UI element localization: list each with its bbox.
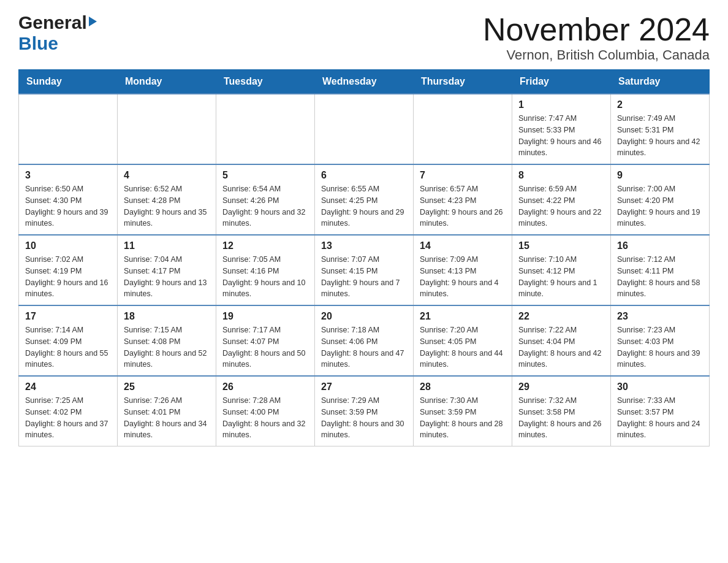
weekday-header-sunday: Sunday xyxy=(19,70,118,94)
day-info: Sunrise: 6:57 AM Sunset: 4:23 PM Dayligh… xyxy=(420,183,506,229)
day-info: Sunrise: 7:49 AM Sunset: 5:31 PM Dayligh… xyxy=(617,113,703,159)
calendar-cell xyxy=(414,94,512,164)
calendar-cell xyxy=(19,94,118,164)
day-info: Sunrise: 7:47 AM Sunset: 5:33 PM Dayligh… xyxy=(518,113,604,159)
day-number: 8 xyxy=(518,170,604,181)
weekday-header-thursday: Thursday xyxy=(414,70,512,94)
day-number: 22 xyxy=(518,311,604,322)
calendar-cell: 20Sunrise: 7:18 AM Sunset: 4:06 PM Dayli… xyxy=(315,305,414,376)
calendar-cell: 8Sunrise: 6:59 AM Sunset: 4:22 PM Daylig… xyxy=(512,164,611,235)
day-info: Sunrise: 7:14 AM Sunset: 4:09 PM Dayligh… xyxy=(25,324,111,370)
day-info: Sunrise: 6:55 AM Sunset: 4:25 PM Dayligh… xyxy=(321,183,407,229)
day-info: Sunrise: 7:28 AM Sunset: 4:00 PM Dayligh… xyxy=(222,395,308,441)
day-number: 7 xyxy=(420,170,506,181)
day-info: Sunrise: 7:20 AM Sunset: 4:05 PM Dayligh… xyxy=(420,324,506,370)
calendar-cell: 10Sunrise: 7:02 AM Sunset: 4:19 PM Dayli… xyxy=(19,235,118,305)
day-info: Sunrise: 7:15 AM Sunset: 4:08 PM Dayligh… xyxy=(124,324,210,370)
day-info: Sunrise: 7:30 AM Sunset: 3:59 PM Dayligh… xyxy=(420,395,506,441)
calendar-cell: 14Sunrise: 7:09 AM Sunset: 4:13 PM Dayli… xyxy=(414,235,512,305)
day-number: 17 xyxy=(25,311,111,322)
calendar-cell: 6Sunrise: 6:55 AM Sunset: 4:25 PM Daylig… xyxy=(315,164,414,235)
day-number: 30 xyxy=(617,381,703,393)
calendar-cell: 27Sunrise: 7:29 AM Sunset: 3:59 PM Dayli… xyxy=(315,376,414,446)
location-title: Vernon, British Columbia, Canada xyxy=(483,47,710,63)
day-number: 25 xyxy=(124,381,210,393)
title-block: November 2024 Vernon, British Columbia, … xyxy=(483,12,710,63)
day-info: Sunrise: 7:10 AM Sunset: 4:12 PM Dayligh… xyxy=(518,254,604,300)
calendar-week-row: 17Sunrise: 7:14 AM Sunset: 4:09 PM Dayli… xyxy=(19,305,710,376)
day-info: Sunrise: 6:54 AM Sunset: 4:26 PM Dayligh… xyxy=(222,183,308,229)
calendar-cell: 24Sunrise: 7:25 AM Sunset: 4:02 PM Dayli… xyxy=(19,376,118,446)
day-info: Sunrise: 7:05 AM Sunset: 4:16 PM Dayligh… xyxy=(222,254,308,300)
calendar-cell xyxy=(118,94,216,164)
day-number: 26 xyxy=(222,381,308,393)
day-number: 18 xyxy=(124,311,210,322)
logo-blue-text: Blue xyxy=(18,33,58,53)
day-number: 13 xyxy=(321,240,407,251)
day-info: Sunrise: 7:33 AM Sunset: 3:57 PM Dayligh… xyxy=(617,395,703,441)
calendar-cell: 18Sunrise: 7:15 AM Sunset: 4:08 PM Dayli… xyxy=(118,305,216,376)
calendar-cell: 1Sunrise: 7:47 AM Sunset: 5:33 PM Daylig… xyxy=(512,94,611,164)
day-info: Sunrise: 7:26 AM Sunset: 4:01 PM Dayligh… xyxy=(124,395,210,441)
calendar-cell: 23Sunrise: 7:23 AM Sunset: 4:03 PM Dayli… xyxy=(611,305,710,376)
day-info: Sunrise: 7:29 AM Sunset: 3:59 PM Dayligh… xyxy=(321,395,407,441)
day-info: Sunrise: 7:02 AM Sunset: 4:19 PM Dayligh… xyxy=(25,254,111,300)
day-number: 5 xyxy=(222,170,308,181)
calendar-cell: 3Sunrise: 6:50 AM Sunset: 4:30 PM Daylig… xyxy=(19,164,118,235)
calendar-week-row: 1Sunrise: 7:47 AM Sunset: 5:33 PM Daylig… xyxy=(19,94,710,164)
day-number: 29 xyxy=(518,381,604,393)
page-header: General Blue November 2024 Vernon, Briti… xyxy=(18,12,710,63)
day-info: Sunrise: 6:52 AM Sunset: 4:28 PM Dayligh… xyxy=(124,183,210,229)
calendar-cell: 21Sunrise: 7:20 AM Sunset: 4:05 PM Dayli… xyxy=(414,305,512,376)
day-number: 15 xyxy=(518,240,604,251)
day-info: Sunrise: 7:23 AM Sunset: 4:03 PM Dayligh… xyxy=(617,324,703,370)
weekday-header-tuesday: Tuesday xyxy=(216,70,315,94)
calendar-cell: 16Sunrise: 7:12 AM Sunset: 4:11 PM Dayli… xyxy=(611,235,710,305)
day-info: Sunrise: 7:00 AM Sunset: 4:20 PM Dayligh… xyxy=(617,183,703,229)
calendar-header-row: SundayMondayTuesdayWednesdayThursdayFrid… xyxy=(19,70,710,94)
day-info: Sunrise: 7:04 AM Sunset: 4:17 PM Dayligh… xyxy=(124,254,210,300)
calendar-cell: 11Sunrise: 7:04 AM Sunset: 4:17 PM Dayli… xyxy=(118,235,216,305)
day-number: 24 xyxy=(25,381,111,393)
month-title: November 2024 xyxy=(483,12,710,47)
weekday-header-friday: Friday xyxy=(512,70,611,94)
day-info: Sunrise: 6:50 AM Sunset: 4:30 PM Dayligh… xyxy=(25,183,111,229)
day-number: 1 xyxy=(518,99,604,110)
calendar-cell: 7Sunrise: 6:57 AM Sunset: 4:23 PM Daylig… xyxy=(414,164,512,235)
calendar-cell: 2Sunrise: 7:49 AM Sunset: 5:31 PM Daylig… xyxy=(611,94,710,164)
day-info: Sunrise: 7:12 AM Sunset: 4:11 PM Dayligh… xyxy=(617,254,703,300)
day-info: Sunrise: 6:59 AM Sunset: 4:22 PM Dayligh… xyxy=(518,183,604,229)
weekday-header-monday: Monday xyxy=(118,70,216,94)
day-info: Sunrise: 7:22 AM Sunset: 4:04 PM Dayligh… xyxy=(518,324,604,370)
day-number: 9 xyxy=(617,170,703,181)
day-info: Sunrise: 7:18 AM Sunset: 4:06 PM Dayligh… xyxy=(321,324,407,370)
day-number: 27 xyxy=(321,381,407,393)
calendar-week-row: 24Sunrise: 7:25 AM Sunset: 4:02 PM Dayli… xyxy=(19,376,710,446)
day-info: Sunrise: 7:25 AM Sunset: 4:02 PM Dayligh… xyxy=(25,395,111,441)
day-number: 16 xyxy=(617,240,703,251)
calendar-cell: 22Sunrise: 7:22 AM Sunset: 4:04 PM Dayli… xyxy=(512,305,611,376)
day-number: 28 xyxy=(420,381,506,393)
day-number: 21 xyxy=(420,311,506,322)
day-number: 19 xyxy=(222,311,308,322)
calendar-cell: 17Sunrise: 7:14 AM Sunset: 4:09 PM Dayli… xyxy=(19,305,118,376)
calendar-cell: 9Sunrise: 7:00 AM Sunset: 4:20 PM Daylig… xyxy=(611,164,710,235)
calendar-cell: 19Sunrise: 7:17 AM Sunset: 4:07 PM Dayli… xyxy=(216,305,315,376)
calendar-cell: 30Sunrise: 7:33 AM Sunset: 3:57 PM Dayli… xyxy=(611,376,710,446)
day-number: 10 xyxy=(25,240,111,251)
calendar-cell: 26Sunrise: 7:28 AM Sunset: 4:00 PM Dayli… xyxy=(216,376,315,446)
day-number: 11 xyxy=(124,240,210,251)
day-number: 23 xyxy=(617,311,703,322)
calendar-week-row: 10Sunrise: 7:02 AM Sunset: 4:19 PM Dayli… xyxy=(19,235,710,305)
weekday-header-saturday: Saturday xyxy=(611,70,710,94)
calendar-cell: 4Sunrise: 6:52 AM Sunset: 4:28 PM Daylig… xyxy=(118,164,216,235)
calendar-cell: 12Sunrise: 7:05 AM Sunset: 4:16 PM Dayli… xyxy=(216,235,315,305)
calendar-cell xyxy=(216,94,315,164)
day-info: Sunrise: 7:17 AM Sunset: 4:07 PM Dayligh… xyxy=(222,324,308,370)
day-number: 4 xyxy=(124,170,210,181)
logo-triangle-icon xyxy=(89,17,97,26)
day-number: 14 xyxy=(420,240,506,251)
calendar-cell: 28Sunrise: 7:30 AM Sunset: 3:59 PM Dayli… xyxy=(414,376,512,446)
logo: General Blue xyxy=(18,12,97,54)
calendar-cell: 25Sunrise: 7:26 AM Sunset: 4:01 PM Dayli… xyxy=(118,376,216,446)
